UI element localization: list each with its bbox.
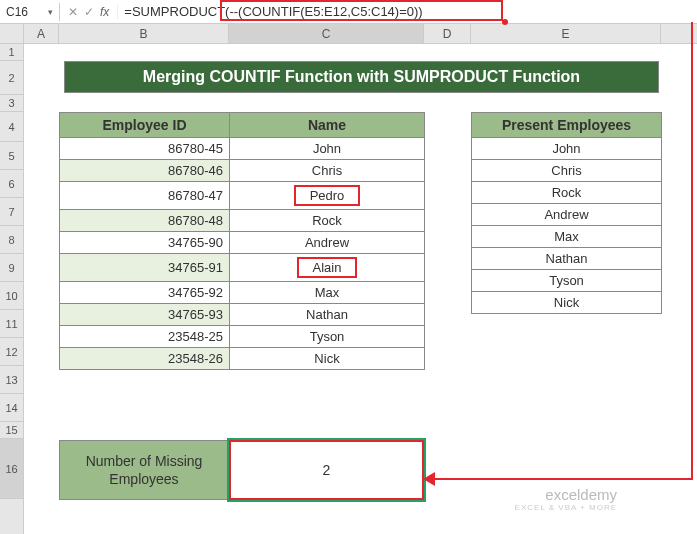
- summary-label[interactable]: Number of Missing Employees: [59, 440, 229, 500]
- th-present[interactable]: Present Employees: [472, 113, 662, 138]
- row-headers: 1 2 3 4 5 6 7 8 9 10 11 12 13 14 15 16: [0, 44, 24, 534]
- formula-bar: C16 ▾ ✕ ✓ fx =SUMPRODUCT(--(COUNTIF(E5:E…: [0, 0, 697, 24]
- cell-name[interactable]: Chris: [230, 160, 425, 182]
- cell-name[interactable]: Tyson: [230, 326, 425, 348]
- row-header[interactable]: 8: [0, 226, 23, 254]
- arrow-horizontal: [431, 478, 693, 480]
- th-employee-id[interactable]: Employee ID: [60, 113, 230, 138]
- summary-value-cell[interactable]: 2: [229, 440, 424, 500]
- row-header[interactable]: 2: [0, 61, 23, 95]
- row-header[interactable]: 13: [0, 366, 23, 394]
- formula-bar-icons: ✕ ✓ fx: [60, 5, 118, 19]
- column-headers: A B C D E: [0, 24, 697, 44]
- cell-present-name[interactable]: Rock: [472, 182, 662, 204]
- watermark-text: exceldemy: [545, 486, 617, 503]
- col-header-b[interactable]: B: [59, 24, 229, 43]
- row-header[interactable]: 16: [0, 439, 23, 499]
- cell-employee-id[interactable]: 86780-45: [60, 138, 230, 160]
- watermark: exceldemy EXCEL & VBA + MORE: [515, 486, 617, 512]
- name-box-dropdown-icon[interactable]: ▾: [48, 7, 53, 17]
- page-title: Merging COUNTIF Function with SUMPRODUCT…: [64, 61, 659, 93]
- cell-employee-id[interactable]: 23548-25: [60, 326, 230, 348]
- employee-table: Employee ID Name 86780-45John86780-46Chr…: [59, 112, 425, 370]
- cell-employee-id[interactable]: 34765-92: [60, 282, 230, 304]
- cell-employee-id[interactable]: 34765-93: [60, 304, 230, 326]
- col-header-a[interactable]: A: [24, 24, 59, 43]
- formula-text: =SUMPRODUCT(--(COUNTIF(E5:E12,C5:C14)=0)…: [124, 4, 422, 19]
- row-header[interactable]: 4: [0, 112, 23, 142]
- fx-icon[interactable]: fx: [100, 5, 109, 19]
- cell-name[interactable]: Alain: [230, 254, 425, 282]
- cell-name[interactable]: Pedro: [230, 182, 425, 210]
- worksheet-cells[interactable]: Merging COUNTIF Function with SUMPRODUCT…: [24, 44, 697, 534]
- watermark-sub: EXCEL & VBA + MORE: [515, 503, 617, 512]
- cell-present-name[interactable]: Chris: [472, 160, 662, 182]
- row-header[interactable]: 14: [0, 394, 23, 422]
- arrow-head-icon: [423, 472, 435, 486]
- name-box[interactable]: C16 ▾: [0, 3, 60, 21]
- highlighted-name: Alain: [297, 257, 358, 278]
- cell-present-name[interactable]: Andrew: [472, 204, 662, 226]
- cell-employee-id[interactable]: 23548-26: [60, 348, 230, 370]
- cell-name[interactable]: Max: [230, 282, 425, 304]
- cell-employee-id[interactable]: 86780-47: [60, 182, 230, 210]
- formula-input[interactable]: =SUMPRODUCT(--(COUNTIF(E5:E12,C5:C14)=0)…: [118, 2, 697, 21]
- th-name[interactable]: Name: [230, 113, 425, 138]
- row-header[interactable]: 15: [0, 422, 23, 439]
- cell-name[interactable]: John: [230, 138, 425, 160]
- cell-present-name[interactable]: Max: [472, 226, 662, 248]
- cell-present-name[interactable]: Tyson: [472, 270, 662, 292]
- cell-name[interactable]: Rock: [230, 210, 425, 232]
- cell-present-name[interactable]: John: [472, 138, 662, 160]
- cell-name[interactable]: Nathan: [230, 304, 425, 326]
- cell-employee-id[interactable]: 34765-91: [60, 254, 230, 282]
- cancel-icon[interactable]: ✕: [68, 5, 78, 19]
- cell-employee-id[interactable]: 86780-46: [60, 160, 230, 182]
- cell-employee-id[interactable]: 86780-48: [60, 210, 230, 232]
- row-header[interactable]: 12: [0, 338, 23, 366]
- accept-icon[interactable]: ✓: [84, 5, 94, 19]
- present-table: Present Employees JohnChrisRockAndrewMax…: [471, 112, 662, 314]
- cell-present-name[interactable]: Nick: [472, 292, 662, 314]
- row-header[interactable]: 7: [0, 198, 23, 226]
- col-header-e[interactable]: E: [471, 24, 661, 43]
- row-header[interactable]: 6: [0, 170, 23, 198]
- col-header-c[interactable]: C: [229, 24, 424, 43]
- row-header[interactable]: 11: [0, 310, 23, 338]
- cell-present-name[interactable]: Nathan: [472, 248, 662, 270]
- summary-value: 2: [323, 462, 331, 478]
- row-header[interactable]: 1: [0, 44, 23, 61]
- summary-label-text: Number of Missing Employees: [60, 452, 228, 488]
- cell-name[interactable]: Andrew: [230, 232, 425, 254]
- highlighted-name: Pedro: [294, 185, 361, 206]
- col-header-d[interactable]: D: [424, 24, 471, 43]
- row-header[interactable]: 3: [0, 95, 23, 112]
- cell-name[interactable]: Nick: [230, 348, 425, 370]
- title-text: Merging COUNTIF Function with SUMPRODUCT…: [143, 68, 580, 86]
- row-header[interactable]: 10: [0, 282, 23, 310]
- row-header[interactable]: 9: [0, 254, 23, 282]
- cell-employee-id[interactable]: 34765-90: [60, 232, 230, 254]
- arrow-start-dot: [502, 19, 508, 25]
- name-box-value: C16: [6, 5, 28, 19]
- row-header[interactable]: 5: [0, 142, 23, 170]
- arrow-vertical: [691, 22, 693, 478]
- select-all-corner[interactable]: [0, 24, 24, 43]
